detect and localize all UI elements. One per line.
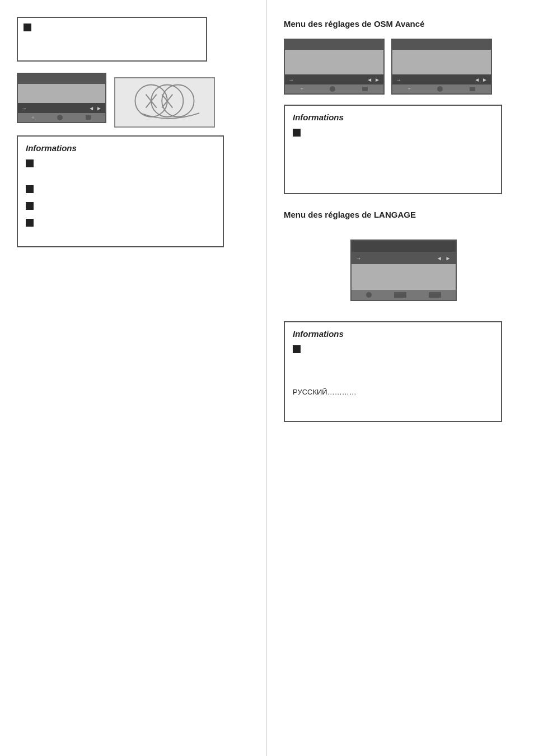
- lang-bottom-rect1: [394, 292, 406, 298]
- section1-title: Menu des réglages de OSM Avancé: [284, 19, 523, 29]
- osm-nav-bar: → ◄ ►: [18, 103, 105, 113]
- bullet-icon-3: [26, 202, 34, 210]
- osm-r2-nav: → ◄ ►: [392, 74, 491, 84]
- osm-r1-bottom: ÷: [285, 84, 383, 93]
- osm-screen-right-1: → ◄ ► ÷: [284, 39, 385, 95]
- info-r1-item-1: [293, 128, 493, 137]
- bottom-updown: ÷: [32, 115, 35, 120]
- info-box-right-2: Informations РУССКИЙ…………: [284, 321, 502, 422]
- header-square-icon: [24, 24, 31, 31]
- r2-nav-left: →: [396, 77, 401, 83]
- lang-screen-nav: → ◄ ►: [352, 252, 456, 264]
- info-item-4: [26, 218, 215, 227]
- info-box-left-title: Informations: [26, 143, 215, 153]
- info-item-1: [26, 158, 215, 167]
- lang-bottom-rect2: [429, 292, 441, 298]
- osm-content-area: [18, 84, 105, 103]
- r1-bullet-icon: [293, 129, 301, 137]
- osm-r2-content: [392, 50, 491, 74]
- osm-bottom-bar: ÷: [18, 113, 105, 122]
- info-box-r2-title: Informations: [293, 329, 493, 339]
- osm-nav-icons: ◄ ►: [88, 105, 102, 111]
- page-container: → ◄ ► ÷: [0, 0, 534, 756]
- right-column: Menu des réglages de OSM Avancé → ◄ ►: [267, 0, 534, 756]
- left-header-box: [17, 17, 207, 62]
- lang-screen: → ◄ ►: [350, 240, 457, 301]
- nav-arrow-left: →: [21, 105, 27, 111]
- info-box-left: Informations: [17, 135, 224, 247]
- osm-screen-left: → ◄ ► ÷: [17, 73, 106, 123]
- bottom-circle: [57, 115, 63, 120]
- info-r2-item-1: [293, 344, 493, 353]
- illustration-box: [114, 77, 215, 128]
- nav-left-icon: ◄: [88, 105, 94, 111]
- osm-title-bar: [18, 74, 105, 84]
- lang-screen-title-bar: [352, 241, 456, 252]
- illustration-svg: [115, 78, 214, 126]
- osm-r1-title: [285, 40, 383, 50]
- r1-nav-left: →: [288, 77, 294, 83]
- lang-nav-left: ◄: [437, 255, 442, 261]
- bullet-icon-1: [26, 159, 34, 167]
- bullet-icon-2: [26, 185, 34, 193]
- footer-text: РУССКИЙ…………: [293, 388, 493, 396]
- info-item-3: [26, 201, 215, 210]
- left-column: → ◄ ► ÷: [0, 0, 267, 756]
- osm-r1-content: [285, 50, 383, 74]
- lang-screen-content: [352, 264, 456, 290]
- r2-nav-icons: ◄ ►: [474, 77, 488, 83]
- lang-bottom-circle: [366, 292, 372, 298]
- info-box-right-1: Informations: [284, 105, 502, 194]
- lang-nav-right: ►: [446, 255, 451, 261]
- osm-screens-right: → ◄ ► ÷: [284, 39, 523, 99]
- bottom-rect: [86, 115, 91, 120]
- section2-title: Menu des réglages de LANGAGE: [284, 210, 523, 219]
- osm-r2-bottom: ÷: [392, 84, 491, 93]
- info-box-r1-title: Informations: [293, 112, 493, 122]
- info-item-2: [26, 184, 215, 193]
- screens-row-left: → ◄ ► ÷: [17, 73, 255, 128]
- lang-screen-bottom: [352, 290, 456, 300]
- osm-screen-right-2: → ◄ ► ÷: [391, 39, 492, 95]
- nav-right-icon: ►: [96, 105, 102, 111]
- osm-r2-title: [392, 40, 491, 50]
- bullet-icon-4: [26, 219, 34, 227]
- lang-nav-arrow: →: [356, 255, 362, 261]
- osm-r1-nav: → ◄ ►: [285, 74, 383, 84]
- r1-nav-icons: ◄ ►: [367, 77, 380, 83]
- r2-bullet-icon: [293, 345, 301, 353]
